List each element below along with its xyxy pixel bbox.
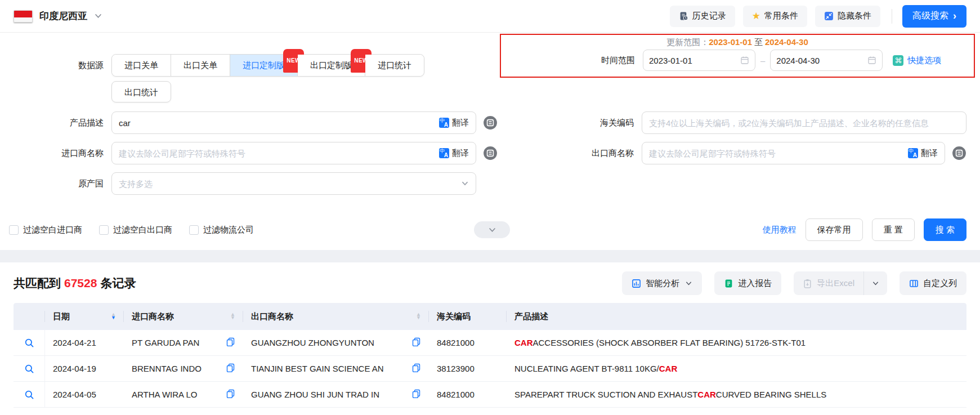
checkbox-icon[interactable] [99, 225, 109, 235]
time-range-label: 时间范围 [501, 50, 635, 71]
calendar-icon [740, 56, 749, 65]
results-count-number: 67528 [64, 276, 97, 289]
update-start-date: 2023-01-01 [709, 37, 752, 47]
translate-button[interactable]: 中A 翻译 [439, 118, 469, 128]
calendar-icon [867, 56, 876, 65]
columns-icon [909, 279, 919, 288]
product-desc-field[interactable]: 中A 翻译 [111, 111, 476, 134]
report-icon [724, 279, 733, 288]
datasource-label: 数据源 [14, 54, 104, 77]
filter-logistics-checkbox[interactable]: 过滤物流公司 [189, 225, 254, 235]
exporter-input[interactable] [649, 149, 903, 158]
origin-country-select[interactable] [111, 172, 476, 195]
copy-icon[interactable] [226, 337, 235, 348]
translate-icon: 中A [439, 148, 449, 158]
export-dropdown-button[interactable] [863, 271, 887, 295]
sort-icons[interactable]: ▲▼ [230, 313, 235, 319]
enter-report-button[interactable]: 进入报告 [714, 271, 781, 295]
search-button[interactable]: 搜 索 [924, 218, 966, 241]
tab-export-declaration[interactable]: 出口关单 [171, 55, 230, 76]
datasource-tabs: 进口关单 出口关单 进口定制版 NEW 出口定制版 NEW 进口统计 [111, 54, 424, 77]
reset-button[interactable]: 重 置 [872, 218, 915, 241]
row-search-icon[interactable] [24, 338, 34, 348]
importer-label: 进口商名称 [14, 142, 104, 164]
header-product-desc: 产品描述 [507, 303, 966, 330]
time-range-highlight-box: 更新范围：2023-01-01至2024-04-30 时间范围 – ⌘ 快捷选项 [500, 34, 975, 78]
start-date-field[interactable] [643, 50, 755, 71]
topbar: 印度尼西亚 历史记录 ★ 常用条件 隐藏条件 高级搜索 › [0, 0, 980, 33]
advanced-search-button[interactable]: 高级搜索 › [902, 5, 966, 28]
translate-button[interactable]: 中A 翻译 [439, 148, 469, 159]
filters-row: 过滤空白进口商 过滤空白出口商 过滤物流公司 使用教程 保存常用 重 置 搜 索 [9, 218, 966, 241]
cell-importer: BRENNTAG INDO [124, 356, 243, 381]
hs-code-input[interactable] [649, 118, 959, 128]
filter-blank-importer-checkbox[interactable]: 过滤空白进口商 [9, 225, 82, 235]
start-date-input[interactable] [649, 56, 740, 65]
export-clipboard-icon [803, 279, 812, 288]
importer-field[interactable]: 中A 翻译 [111, 142, 476, 164]
star-icon: ★ [752, 11, 760, 21]
copy-icon[interactable] [226, 389, 235, 400]
hs-code-label: 海关编码 [555, 111, 634, 134]
tab-export-statistics[interactable]: 出口统计 [111, 81, 171, 102]
arrow-right-icon: › [953, 11, 956, 21]
quick-options-link[interactable]: ⌘ 快捷选项 [893, 55, 941, 66]
copy-icon[interactable] [226, 363, 235, 374]
tab-import-declaration[interactable]: 进口关单 [112, 55, 171, 76]
chevron-down-icon [461, 180, 469, 188]
end-date-input[interactable] [776, 56, 867, 65]
tutorial-link[interactable]: 使用教程 [763, 225, 796, 235]
match-options-icon[interactable] [483, 115, 498, 132]
sort-icons[interactable]: ▲▼ [416, 313, 421, 319]
translate-icon: 中A [439, 118, 449, 128]
export-excel-button[interactable]: 导出Excel [794, 271, 863, 295]
date-range-separator: – [760, 56, 765, 65]
copy-icon[interactable] [412, 363, 421, 374]
checkbox-icon[interactable] [9, 225, 19, 235]
checkbox-icon[interactable] [189, 225, 199, 235]
custom-columns-button[interactable]: 自定义列 [900, 271, 966, 295]
section-divider [0, 250, 980, 262]
exporter-field[interactable]: 中A 翻译 [642, 142, 945, 164]
update-range-text: 更新范围：2023-01-01至2024-04-30 [585, 37, 889, 48]
tab-export-custom[interactable]: 出口定制版 NEW [298, 55, 365, 76]
end-date-field[interactable] [770, 50, 883, 71]
exporter-label: 出口商名称 [555, 142, 634, 164]
copy-icon[interactable] [412, 337, 421, 348]
importer-input[interactable] [119, 149, 435, 158]
sort-icons[interactable]: ▲▼ [111, 313, 116, 319]
hs-code-field[interactable] [642, 111, 966, 134]
cell-date: 2024-04-21 [45, 330, 124, 355]
origin-country-input[interactable] [119, 179, 457, 189]
country-chevron-down-icon[interactable] [94, 12, 102, 20]
product-desc-input[interactable] [119, 118, 435, 128]
header-date[interactable]: 日期 ▲▼ [45, 303, 124, 330]
cell-importer: PT GARUDA PAN [124, 330, 243, 355]
cell-importer: ARTHA WIRA LO [124, 382, 243, 407]
tab-import-statistics[interactable]: 进口统计 [365, 55, 424, 76]
filter-blank-exporter-checkbox[interactable]: 过滤空白出口商 [99, 225, 172, 235]
header-importer[interactable]: 进口商名称 ▲▼ [124, 303, 243, 330]
header-exporter[interactable]: 出口商名称 ▲▼ [243, 303, 429, 330]
translate-button[interactable]: 中A 翻译 [908, 148, 938, 159]
header-hs-code: 海关编码 [429, 303, 507, 330]
match-options-icon[interactable] [483, 146, 498, 162]
collapse-form-button[interactable] [474, 221, 510, 238]
tab-import-custom[interactable]: 进口定制版 NEW [230, 55, 298, 76]
cell-date: 2024-04-19 [45, 356, 124, 381]
smart-analysis-button[interactable]: 智能分析 [622, 271, 702, 295]
match-options-icon[interactable] [952, 146, 966, 162]
copy-icon[interactable] [412, 389, 421, 400]
history-button[interactable]: 历史记录 [670, 6, 735, 27]
row-search-icon[interactable] [24, 390, 34, 400]
translate-icon: 中A [908, 148, 918, 158]
row-search-icon[interactable] [24, 364, 34, 374]
cell-exporter: GUANG ZHOU SHI JUN TRAD IN [243, 382, 429, 407]
hide-conditions-button[interactable]: 隐藏条件 [815, 6, 880, 27]
save-common-button[interactable]: 保存常用 [806, 218, 863, 241]
header-search-column [14, 303, 45, 330]
country-selector-label: 印度尼西亚 [39, 10, 87, 23]
results-section: 共匹配到67528条记录 智能分析 进入报告 [0, 269, 980, 408]
cell-hs-code: 84821000 [429, 382, 507, 407]
favorites-button[interactable]: ★ 常用条件 [743, 6, 807, 27]
